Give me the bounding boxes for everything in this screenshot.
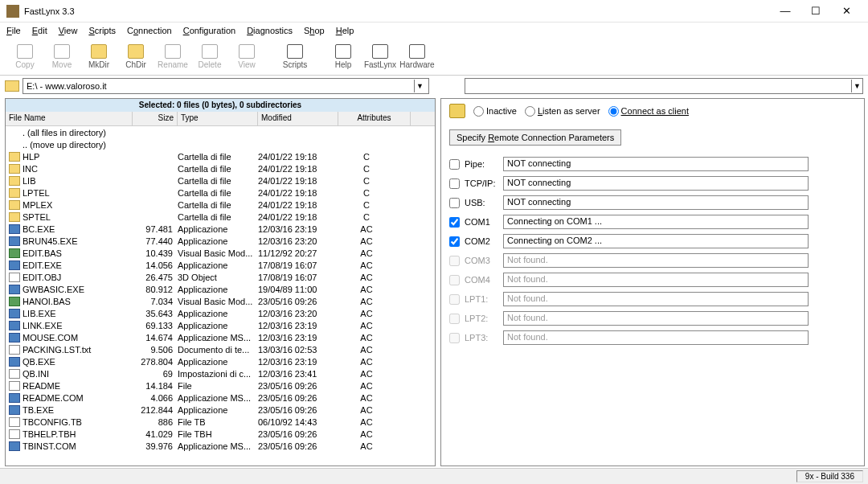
port-row: COM2Connecting on COM2 ... [449,232,856,250]
path-dropdown[interactable]: E:\ - www.valoroso.it ▼ [23,78,429,94]
chevron-down-icon[interactable]: ▼ [851,80,862,92]
specify-remote-button[interactable]: Specify Remote Connection Parameters [449,129,621,146]
file-attr: AC [338,260,395,270]
hardware-button[interactable]: Hardware [399,40,436,74]
file-name: TB.EXE [23,405,133,415]
file-row[interactable]: QB.EXE278.804Applicazione12/03/16 23:19A… [6,355,435,367]
mkdir-button[interactable]: MkDir [80,40,117,74]
file-type: Applicazione MS... [178,441,258,451]
file-row[interactable]: INCCartella di file24/01/22 19:18C [6,162,435,174]
file-modified: 23/05/16 09:26 [258,393,338,403]
file-row[interactable]: README14.184File23/05/16 09:26AC [6,379,435,392]
file-row[interactable]: LIB.EXE35.643Applicazione12/03/16 23:20A… [6,307,435,319]
file-row[interactable]: HANOI.BAS7.034Visual Basic Mod...23/05/1… [6,295,435,307]
scripts-button[interactable]: Scripts [276,40,313,74]
all-files-row[interactable]: . (all files in directory) [6,126,435,138]
file-row[interactable]: TB.EXE212.844Applicazione23/05/16 09:26A… [6,404,435,416]
menu-diagnostics[interactable]: Diagnostics [247,26,293,35]
minimize-button[interactable]: — [770,1,800,22]
up-dir-row[interactable]: .. (move up directory) [6,138,435,150]
move-button[interactable]: Move [43,40,80,74]
radio-listen[interactable]: Listen as server [525,106,600,117]
port-checkbox[interactable] [449,159,460,170]
col-modified[interactable]: Modified [258,112,338,125]
file-size: 97.481 [133,224,178,234]
file-row[interactable]: SPTELCartella di file24/01/22 19:18C [6,211,435,223]
port-checkbox[interactable] [449,198,460,208]
file-row[interactable]: LIBCartella di file24/01/22 19:18C [6,174,435,187]
col-name[interactable]: File Name [6,112,133,125]
copy-button[interactable]: Copy [6,40,43,74]
exe-icon [9,405,20,415]
port-checkbox[interactable] [449,217,460,228]
menu-connection[interactable]: Connection [127,26,172,35]
file-row[interactable]: QB.INI69Impostazioni di c...12/03/16 23:… [6,367,435,379]
rename-button[interactable]: Rename [154,40,191,74]
port-checkbox[interactable] [449,236,460,247]
file-row[interactable]: GWBASIC.EXE80.912Applicazione19/04/89 11… [6,283,435,295]
port-checkbox [449,256,460,266]
file-row[interactable]: MPLEXCartella di file24/01/22 19:18C [6,199,435,211]
port-checkbox[interactable] [449,178,460,189]
file-row[interactable]: PACKING.LST.txt9.506Documento di te...13… [6,343,435,355]
file-row[interactable]: TBINST.COM39.976Applicazione MS...23/05/… [6,440,435,452]
file-row[interactable]: BRUN45.EXE77.440Applicazione12/03/16 23:… [6,235,435,247]
file-attr: AC [338,273,395,282]
copy-icon [17,44,33,59]
delete-button[interactable]: Delete [191,40,228,74]
file-list[interactable]: . (all files in directory) .. (move up d… [6,126,435,466]
file-row[interactable]: LPTELCartella di file24/01/22 19:18C [6,187,435,199]
radio-inactive[interactable]: Inactive [473,106,517,117]
menu-file[interactable]: File [6,26,21,35]
port-status: Not found. [503,253,809,268]
port-row: LPT2:Not found. [449,310,856,327]
file-row[interactable]: EDIT.BAS10.439Visual Basic Mod...11/12/9… [6,247,435,259]
col-attributes[interactable]: Attributes [338,112,411,125]
file-row[interactable]: TBCONFIG.TB886File TB06/10/92 14:43AC [6,416,435,428]
help-icon [335,44,351,59]
rename-icon [165,44,181,59]
menu-view[interactable]: View [59,26,78,35]
menu-configuration[interactable]: Configuration [183,26,235,35]
right-path-dropdown[interactable]: ▼ [465,78,863,94]
column-header: File Name Size Type Modified Attributes [6,112,435,126]
col-type[interactable]: Type [178,112,258,125]
speaker-icon[interactable] [449,104,465,118]
file-row[interactable]: EDIT.OBJ26.4753D Object17/08/19 16:07AC [6,271,435,283]
view-button[interactable]: View [228,40,265,74]
file-attr: AC [338,429,395,439]
radio-client[interactable]: Connect as client [608,106,689,117]
file-row[interactable]: BC.EXE97.481Applicazione12/03/16 23:19AC [6,223,435,235]
col-size[interactable]: Size [133,112,178,125]
menubar: File Edit View Scripts Connection Config… [0,23,868,39]
port-checkbox [449,294,460,305]
file-row[interactable]: HLPCartella di file24/01/22 19:18C [6,150,435,162]
menu-help[interactable]: Help [336,26,354,35]
file-modified: 06/10/92 14:43 [258,417,338,427]
file-row[interactable]: TBHELP.TBH41.029File TBH23/05/16 09:26AC [6,428,435,440]
port-row: LPT3:Not found. [449,329,856,347]
window-title: FastLynx 3.3 [24,6,770,16]
menu-scripts[interactable]: Scripts [88,26,116,35]
exe-icon [9,236,20,246]
maximize-button[interactable]: ☐ [800,1,831,22]
file-row[interactable]: LINK.EXE69.133Applicazione12/03/16 23:19… [6,319,435,331]
file-row[interactable]: EDIT.EXE14.056Applicazione17/08/19 16:07… [6,259,435,271]
file-name: HANOI.BAS [23,297,133,306]
chdir-button[interactable]: ChDir [117,40,154,74]
file-size: 69 [133,369,178,379]
file-name: MPLEX [23,200,133,210]
chevron-down-icon[interactable]: ▼ [414,80,425,92]
file-row[interactable]: MOUSE.COM14.674Applicazione MS...12/03/1… [6,331,435,343]
port-label: COM4 [465,275,498,285]
file-icon [9,417,20,427]
file-size: 77.440 [133,236,178,246]
close-button[interactable]: ✕ [831,1,862,22]
file-attr: AC [338,345,395,355]
menu-shop[interactable]: Shop [304,26,325,35]
file-row[interactable]: README.COM4.066Applicazione MS...23/05/1… [6,392,435,404]
help-button[interactable]: Help [325,40,362,74]
menu-edit[interactable]: Edit [32,26,47,35]
app-icon [6,5,19,18]
fastlynx-button[interactable]: FastLynx [362,40,399,74]
